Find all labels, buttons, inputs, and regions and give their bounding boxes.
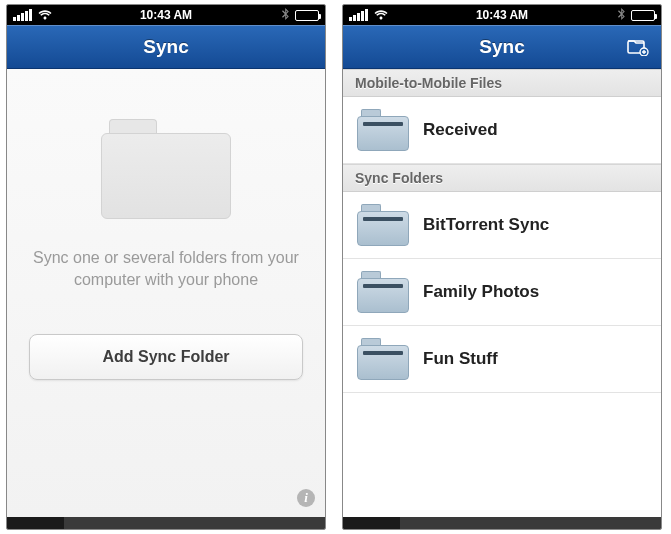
- folder-label: Family Photos: [423, 282, 539, 302]
- status-bar: 10:43 AM: [7, 5, 325, 25]
- battery-icon: [295, 10, 319, 21]
- bluetooth-icon: [618, 8, 625, 23]
- folder-icon: [357, 271, 409, 313]
- wifi-icon: [38, 10, 52, 20]
- status-time: 10:43 AM: [7, 8, 325, 22]
- folder-row-bittorrent-sync[interactable]: BitTorrent Sync: [343, 192, 661, 259]
- folder-label: Received: [423, 120, 498, 140]
- info-icon[interactable]: i: [297, 489, 315, 507]
- folder-icon: [357, 338, 409, 380]
- add-sync-folder-button[interactable]: Add Sync Folder: [29, 334, 303, 380]
- nav-header: Sync: [7, 25, 325, 69]
- signal-icon: [13, 9, 32, 21]
- status-bar: 10:43 AM: [343, 5, 661, 25]
- empty-message: Sync one or several folders from your co…: [29, 247, 303, 290]
- page-title: Sync: [143, 36, 188, 58]
- section-header-sync: Sync Folders: [343, 164, 661, 192]
- wifi-icon: [374, 10, 388, 20]
- nav-header: Sync: [343, 25, 661, 69]
- folder-icon: [357, 109, 409, 151]
- folder-row-family-photos[interactable]: Family Photos: [343, 259, 661, 326]
- folder-list: Mobile-to-Mobile Files Received Sync Fol…: [343, 69, 661, 517]
- folder-row-received[interactable]: Received: [343, 97, 661, 164]
- empty-state: Sync one or several folders from your co…: [7, 69, 325, 517]
- folder-label: Fun Stuff: [423, 349, 498, 369]
- signal-icon: [349, 9, 368, 21]
- folder-placeholder-icon: [101, 119, 231, 219]
- bottom-strip: [7, 517, 325, 529]
- add-folder-icon[interactable]: [623, 33, 653, 61]
- section-header-mobile: Mobile-to-Mobile Files: [343, 69, 661, 97]
- folder-row-fun-stuff[interactable]: Fun Stuff: [343, 326, 661, 393]
- page-title: Sync: [479, 36, 524, 58]
- battery-icon: [631, 10, 655, 21]
- folder-icon: [357, 204, 409, 246]
- phone-screen-empty: 10:43 AM Sync Sync one or several folder…: [6, 4, 326, 530]
- phone-screen-list: 10:43 AM Sync Mobile-to-Mobile Files Rec…: [342, 4, 662, 530]
- bluetooth-icon: [282, 8, 289, 23]
- bottom-strip: [343, 517, 661, 529]
- status-time: 10:43 AM: [343, 8, 661, 22]
- folder-label: BitTorrent Sync: [423, 215, 549, 235]
